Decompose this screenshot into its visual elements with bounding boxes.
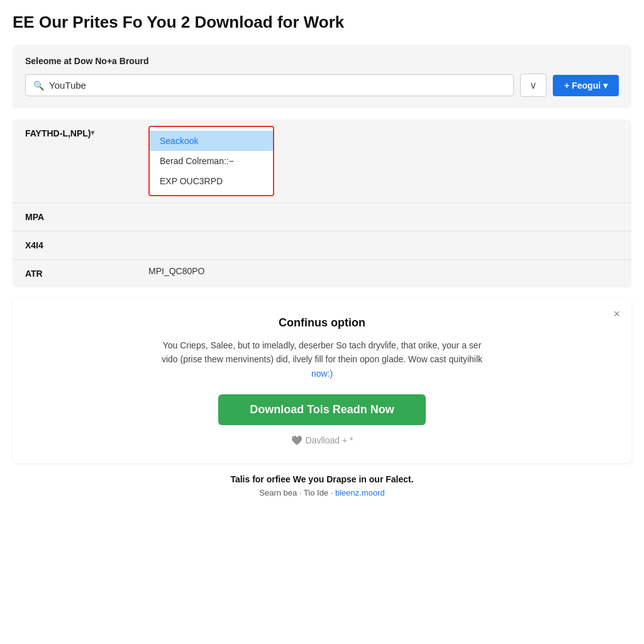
heart-label: Davlload + * (306, 435, 353, 445)
search-box[interactable]: 🔍 YouTube (25, 74, 514, 96)
search-section-label: Seleome at Dow No+a Brourd (25, 56, 619, 66)
table-value-1: Seackook Berad Colreman::− EXP OUC3RPD (138, 119, 631, 203)
table-key-1: FAYTHD-L,NPL) ▾ (13, 119, 138, 203)
confirm-title: Confinus option (31, 316, 613, 330)
download-button[interactable]: Download Tois Readn Now (218, 394, 426, 425)
table-row: ATR MPI_QC80PO (13, 260, 631, 287)
page-title: EE Our Prites Fo You 2 Download for Work (13, 13, 631, 32)
footer-section: Talis for orfiee We you Drapse in our Fa… (13, 474, 631, 497)
search-row: 🔍 YouTube ∨ + Feogui ▾ (25, 74, 619, 97)
search-icon: 🔍 (33, 80, 44, 91)
dropdown-item-2[interactable]: EXP OUC3RPD (150, 171, 273, 191)
dropdown-popup: Seackook Berad Colreman::− EXP OUC3RPD (148, 126, 274, 196)
table-row: MPA (13, 203, 631, 231)
table-value-4: MPI_QC80PO (138, 260, 631, 287)
footer-link[interactable]: bleenz.moord (335, 488, 385, 497)
table-key-2: MPA (13, 203, 138, 231)
table-key-4: ATR (13, 260, 138, 287)
table-value-3 (138, 231, 631, 259)
heart-icon: 🩶 (291, 435, 302, 445)
table-section: FAYTHD-L,NPL) ▾ Seackook Berad Colreman:… (13, 119, 631, 287)
confirm-dialog: × Confinus option You Crieps, Salee, but… (13, 299, 631, 463)
footer-subtitle: Searn bea · Tio Ide · bleenz.moord (13, 488, 631, 497)
table-key-3: X4I4 (13, 231, 138, 259)
heart-row: 🩶 Davlload + * (31, 435, 613, 445)
search-section: Seleome at Dow No+a Brourd 🔍 YouTube ∨ +… (13, 45, 631, 108)
table-row: FAYTHD-L,NPL) ▾ Seackook Berad Colreman:… (13, 119, 631, 203)
caret-icon[interactable]: ▾ (91, 128, 94, 137)
confirm-link[interactable]: now:) (311, 369, 333, 379)
table-value-2 (138, 203, 631, 231)
search-dropdown-button[interactable]: ∨ (520, 74, 547, 97)
search-input-value: YouTube (49, 80, 506, 91)
add-button[interactable]: + Feogui ▾ (553, 75, 619, 96)
dropdown-item-0[interactable]: Seackook (150, 131, 273, 151)
footer-title: Talis for orfiee We you Drapse in our Fa… (13, 474, 631, 484)
table-row: X4I4 (13, 231, 631, 260)
confirm-body: You Crieps, Salee, but to imeladly, dese… (158, 338, 486, 380)
dropdown-item-1[interactable]: Berad Colreman::− (150, 151, 273, 171)
close-button[interactable]: × (613, 308, 620, 321)
